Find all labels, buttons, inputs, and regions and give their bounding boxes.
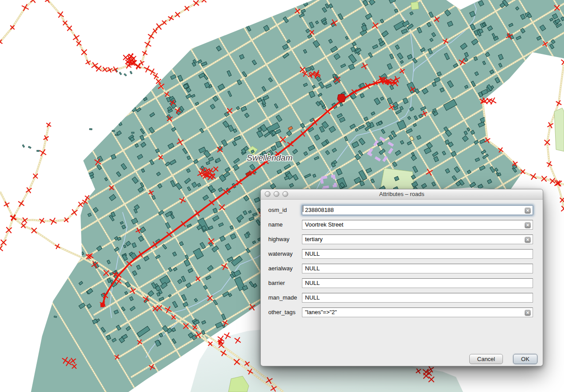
field-row-other_tags: other_tags"lanes"=>"2"✕: [261, 307, 543, 317]
field-input-name[interactable]: Voortrek Street✕: [302, 220, 533, 230]
field-value: NULL: [305, 280, 320, 286]
field-label-man_made: man_made: [268, 294, 301, 301]
field-input-waterway[interactable]: NULL: [302, 249, 533, 259]
text-caret: [303, 206, 303, 212]
field-input-osm_id[interactable]: 238808188✕: [302, 205, 533, 215]
field-value: Voortrek Street: [305, 221, 344, 228]
field-value: NULL: [305, 265, 320, 272]
field-label-other_tags: other_tags: [268, 309, 301, 315]
building-speck: [37, 150, 39, 152]
field-input-barrier[interactable]: NULL: [302, 278, 533, 288]
dialog-titlebar[interactable]: Attributes – roads: [261, 189, 543, 200]
clear-icon[interactable]: ✕: [525, 222, 531, 228]
place-label: Swellendam: [247, 153, 293, 162]
field-value: NULL: [305, 250, 320, 257]
field-value: tertiary: [305, 236, 323, 242]
building-speck: [115, 134, 118, 136]
field-row-barrier: barrierNULL: [261, 278, 543, 288]
field-label-name: name: [268, 221, 301, 228]
clear-icon[interactable]: ✕: [525, 310, 531, 316]
field-label-highway: highway: [268, 236, 301, 242]
clear-icon[interactable]: ✕: [525, 237, 531, 243]
park-polygon: [554, 108, 564, 151]
field-input-highway[interactable]: tertiary✕: [302, 234, 533, 244]
qgis-map-window: Swellendam Attributes – roads osm_id2388…: [0, 0, 564, 392]
field-label-barrier: barrier: [268, 280, 301, 286]
building-speck: [112, 130, 115, 131]
building-speck: [54, 316, 57, 318]
building-speck: [89, 128, 92, 130]
field-input-aerialway[interactable]: NULL: [302, 264, 533, 273]
field-value: "lanes"=>"2": [305, 309, 337, 315]
field-label-aerialway: aerialway: [268, 265, 301, 272]
attributes-dialog: Attributes – roads osm_id238808188✕nameV…: [260, 189, 543, 366]
field-row-man_made: man_madeNULL: [261, 293, 543, 303]
field-input-man_made[interactable]: NULL: [302, 293, 533, 303]
field-row-osm_id: osm_id238808188✕: [261, 205, 543, 215]
field-value: NULL: [305, 294, 320, 301]
field-input-other_tags[interactable]: "lanes"=>"2"✕: [302, 307, 533, 317]
field-row-highway: highwaytertiary✕: [261, 234, 543, 244]
cancel-button[interactable]: Cancel: [469, 354, 503, 364]
field-row-aerialway: aerialwayNULL: [261, 264, 543, 273]
park-polygon: [411, 2, 419, 10]
clear-icon[interactable]: ✕: [525, 208, 531, 214]
dialog-title: Attributes – roads: [261, 191, 543, 197]
ok-button[interactable]: OK: [513, 354, 537, 364]
field-label-waterway: waterway: [268, 250, 301, 257]
field-row-waterway: waterwayNULL: [261, 249, 543, 259]
field-label-osm_id: osm_id: [268, 207, 301, 213]
field-row-name: nameVoortrek Street✕: [261, 220, 543, 230]
building-speck: [131, 132, 134, 134]
field-value: 238808188: [305, 207, 334, 213]
